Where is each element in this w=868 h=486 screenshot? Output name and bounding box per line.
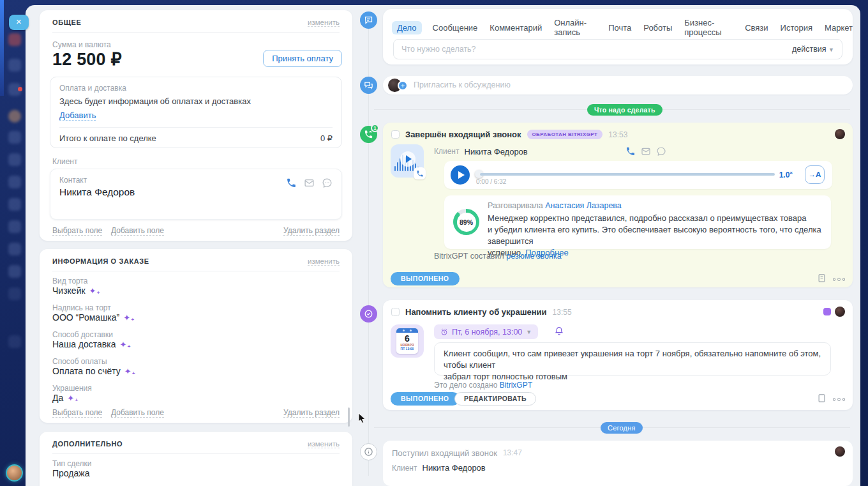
client-name[interactable]: Никита Федоров	[423, 463, 486, 473]
field-value[interactable]: Оплата по счёту	[52, 366, 121, 376]
contact-card[interactable]: Контакт Никита Федоров	[50, 169, 342, 220]
sidebar-avatar[interactable]	[8, 110, 21, 123]
add-field-link[interactable]: Добавить поле	[111, 408, 164, 418]
edit-section-link[interactable]: изменить	[308, 257, 340, 266]
sidebar-app-icon[interactable]	[8, 265, 21, 278]
field-value[interactable]: Наша доставка	[52, 339, 116, 349]
incoming-title[interactable]: Поступил входящий звонок	[392, 448, 497, 458]
delete-section-link[interactable]: Удалить раздел	[283, 226, 340, 236]
ai-sparkle-icon[interactable]: ✦+	[67, 394, 74, 402]
sidebar-app-icon[interactable]	[8, 243, 21, 255]
left-column-scrollbar[interactable]	[348, 407, 350, 427]
item-checkbox[interactable]	[391, 308, 400, 316]
invite-to-discussion[interactable]: + Пригласить к обсуждению	[383, 76, 853, 95]
transcribe-button[interactable]: →A	[805, 165, 825, 184]
tab-biznes-protsessy[interactable]: Бизнес-процессы	[684, 18, 733, 37]
sidebar-app-icon[interactable]	[8, 287, 21, 300]
add-payment-link[interactable]: Добавить	[59, 110, 96, 121]
choose-field-link[interactable]: Выбрать поле	[52, 408, 102, 418]
actions-dropdown[interactable]: действия ▼	[792, 45, 834, 54]
ai-sparkle-icon[interactable]: ✦+	[89, 287, 96, 295]
order-field[interactable]: Украшения Да✦+	[52, 384, 92, 403]
audio-player: 0:00 / 6:32 1.0× →A	[444, 161, 832, 189]
user-profile-avatar[interactable]	[6, 464, 23, 482]
sidebar-app-icon[interactable]	[8, 33, 21, 46]
ai-sparkle-icon[interactable]: ✦+	[119, 340, 126, 349]
edit-section-link[interactable]: изменить	[308, 19, 340, 27]
tab-istoriya[interactable]: История	[781, 23, 812, 33]
email-icon[interactable]	[641, 146, 651, 156]
tab-roboty[interactable]: Роботы	[643, 23, 672, 33]
ai-sparkle-icon[interactable]: ✦+	[124, 367, 131, 376]
todo-input[interactable]: Что нужно сделать? действия ▼	[393, 39, 842, 59]
tab-kommentariy[interactable]: Комментарий	[490, 23, 542, 33]
tab-market[interactable]: Маркет	[825, 23, 853, 33]
divider	[52, 271, 340, 271]
tab-svyazi[interactable]: Связи	[745, 23, 768, 33]
deal-amount[interactable]: 12 500 ₽	[52, 49, 122, 70]
incoming-call-timeline-item: Поступил входящий звонок 13:47 Клиент Ни…	[383, 441, 853, 486]
chat-icon[interactable]	[656, 146, 666, 156]
deal-type-field[interactable]: Тип сделки Продажа	[52, 459, 92, 478]
done-button[interactable]: ВЫПОЛНЕНО	[391, 272, 460, 285]
field-label: Украшения	[52, 384, 92, 393]
bell-icon[interactable]	[554, 326, 564, 338]
sidebar-app-icon[interactable]	[8, 131, 21, 144]
play-button[interactable]	[451, 165, 470, 185]
add-participant-icon[interactable]: +	[398, 80, 408, 91]
field-value[interactable]: ООО “Ромашка”	[52, 312, 119, 323]
field-value[interactable]: Продажа	[52, 468, 89, 478]
tab-soobshchenie[interactable]: Сообщение	[433, 23, 478, 33]
bitrixgpt-link[interactable]: BitrixGPT	[500, 381, 532, 390]
phone-icon[interactable]	[286, 178, 297, 188]
play-icon[interactable]	[400, 151, 415, 167]
note-doc-icon[interactable]	[817, 273, 827, 285]
reminder-title[interactable]: Напомнить клиенту об украшении	[405, 307, 547, 317]
order-field[interactable]: Способ оплаты Оплата по счёту✦+	[52, 357, 131, 376]
calendar-thumbnail[interactable]: 6 НОЯБРЯ ПТ 13:00	[391, 324, 424, 358]
call-title[interactable]: Завершён входящий звонок	[405, 130, 521, 139]
delete-section-link[interactable]: Удалить раздел	[283, 408, 340, 418]
speaker-name-link[interactable]: Анастасия Лазарева	[545, 201, 622, 210]
note-doc-icon[interactable]	[817, 393, 827, 406]
sidebar-app-icon[interactable]	[8, 153, 21, 166]
edit-button[interactable]: РЕДАКТИРОВАТЬ	[454, 392, 536, 406]
order-field[interactable]: Надпись на торт ООО “Ромашка”✦+	[52, 303, 130, 323]
call-record-thumbnail[interactable]	[391, 144, 424, 178]
field-label: Надпись на торт	[52, 303, 130, 312]
more-options-icon[interactable]	[833, 398, 846, 401]
sidebar-app-icon[interactable]	[8, 198, 21, 211]
done-button[interactable]: ВЫПОЛНЕНО	[391, 392, 460, 406]
phone-icon[interactable]	[625, 146, 636, 156]
playback-speed-button[interactable]: 1.0×	[779, 170, 793, 179]
sidebar-app-icon[interactable]	[8, 176, 21, 188]
sidebar-app-icon[interactable]	[8, 335, 21, 348]
accept-payment-button[interactable]: Принять оплату	[263, 50, 342, 67]
order-field[interactable]: Вид торта Чизкейк✦+	[52, 277, 96, 296]
sidebar-app-icon[interactable]	[8, 59, 21, 72]
edit-section-link[interactable]: изменить	[308, 440, 340, 448]
contact-name[interactable]: Никита Федоров	[59, 186, 135, 198]
choose-field-link[interactable]: Выбрать поле	[52, 226, 102, 236]
tab-onlayn-zapis[interactable]: Онлайн-запись	[554, 18, 596, 37]
call-resume-link[interactable]: резюме звонка	[506, 252, 561, 261]
item-checkbox[interactable]	[391, 130, 400, 139]
email-icon[interactable]	[304, 178, 315, 188]
add-field-link[interactable]: Добавить поле	[111, 226, 164, 236]
calendar-day: 6	[396, 334, 418, 344]
ai-sparkle-icon[interactable]: ✦+	[123, 314, 130, 322]
field-value[interactable]: Да	[52, 393, 63, 403]
more-options-icon[interactable]	[833, 278, 846, 281]
tab-delo[interactable]: Дело	[392, 21, 422, 34]
field-value[interactable]: Чизкейк	[52, 285, 86, 296]
seek-track[interactable]	[480, 173, 775, 176]
sidebar-app-icon[interactable]	[8, 220, 21, 233]
tab-pochta[interactable]: Почта	[608, 23, 631, 33]
reminder-text[interactable]: Клиент сообщил, что сам привезет украшен…	[434, 342, 831, 376]
order-field[interactable]: Способ доставки Наша доставка✦+	[52, 330, 126, 349]
close-icon[interactable]: ×	[9, 15, 29, 30]
client-name[interactable]: Никита Федоров	[465, 147, 528, 156]
invite-placeholder: Пригласить к обсуждению	[414, 80, 511, 89]
deadline-dropdown[interactable]: Пт, 6 ноября, 13:00 ▼	[434, 324, 538, 339]
chat-icon[interactable]	[322, 178, 333, 188]
